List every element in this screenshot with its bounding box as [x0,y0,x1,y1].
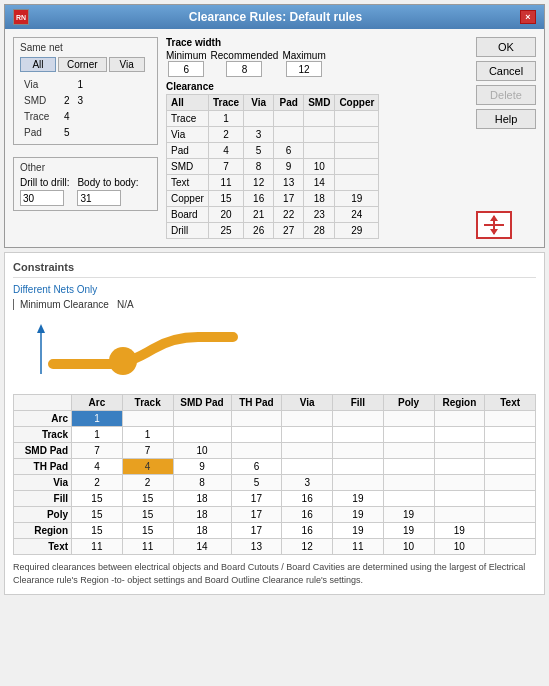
dialog-body: Same net All Corner Via Via 1 SMD 2 3 [5,29,544,247]
svg-marker-1 [490,215,498,221]
same-net-buttons: All Corner Via [20,57,151,72]
drill-label: Drill to drill: [20,177,69,188]
cl-hdr-0[interactable]: All [167,95,209,111]
same-net-grid: Via 1 SMD 2 3 Trace 4 Pa [20,76,87,140]
drill-input[interactable] [20,190,64,206]
mat-hdr-region[interactable]: Region [434,395,485,411]
mat-row-smdpad: SMD Pad 7 7 10 [14,443,536,459]
trace-inputs-row: Minimum Recommended Maximum [166,50,468,77]
updown-arrow-icon [476,211,512,239]
pad-row-label: Pad [20,124,60,140]
cancel-button[interactable]: Cancel [476,61,536,81]
min-col: Minimum [166,50,207,77]
via-val: 1 [74,76,88,92]
drill-body-row: Drill to drill: Body to body: [20,177,151,206]
clearance-label: Clearance [166,81,468,92]
mat-hdr-smdpad[interactable]: SMD Pad [173,395,231,411]
max-label: Maximum [282,50,325,61]
cl-row-smd: SMD 7 8 9 10 [167,159,379,175]
mat-row-arc: Arc 1 [14,411,536,427]
cl-row-text: Text 11 12 13 14 [167,175,379,191]
constraints-title: Constraints [13,261,536,278]
cl-hdr-3[interactable]: Pad [274,95,304,111]
matrix-table: Arc Track SMD Pad TH Pad Via Fill Poly R… [13,394,536,555]
rec-label: Recommended [211,50,279,61]
other-label: Other [20,162,151,173]
app-icon: RN [13,9,29,25]
other-box: Other Drill to drill: Body to body: [13,157,158,211]
pad-val: 5 [60,124,74,140]
min-clearance-row: Minimum Clearance N/A [13,299,536,310]
cl-hdr-2[interactable]: Via [244,95,274,111]
body-label: Body to body: [77,177,138,188]
cl-row-drill: Drill 25 26 27 28 29 [167,223,379,239]
cl-row-pad: Pad 4 5 6 [167,143,379,159]
min-input[interactable] [168,61,204,77]
trace-width-section: Trace width Minimum Recommended Maximum [166,37,468,77]
cl-hdr-1[interactable]: Trace [209,95,244,111]
clearance-section: Clearance All Trace Via Pad SMD Copper T… [166,81,468,239]
body-col: Body to body: [77,177,138,206]
svg-marker-5 [37,324,45,333]
smd-row-label: SMD [20,92,60,108]
left-column: Same net All Corner Via Via 1 SMD 2 3 [13,37,158,239]
clearance-rules-dialog: RN Clearance Rules: Default rules × Same… [4,4,545,248]
help-button[interactable]: Help [476,109,536,129]
trace-row-label: Trace [20,108,60,124]
constraints-panel: Constraints Different Nets Only Minimum … [4,252,545,595]
drill-col: Drill to drill: [20,177,69,206]
delete-button[interactable]: Delete [476,85,536,105]
ok-button[interactable]: OK [476,37,536,57]
right-column: OK Cancel Delete Help [476,37,536,239]
dialog-title: Clearance Rules: Default rules [31,10,520,24]
mat-hdr-arc[interactable]: Arc [72,395,123,411]
same-net-box: Same net All Corner Via Via 1 SMD 2 3 [13,37,158,145]
svg-point-6 [109,347,137,375]
dialog-buttons: OK Cancel Delete Help [476,37,536,129]
cl-hdr-5[interactable]: Copper [335,95,379,111]
max-input[interactable] [286,61,322,77]
different-nets-label: Different Nets Only [13,284,536,295]
cl-hdr-4[interactable]: SMD [304,95,335,111]
trace-clearance-section: Trace width Minimum Recommended Maximum [166,37,468,239]
trace-width-label: Trace width [166,37,468,48]
arrow-icon-area [476,191,512,239]
via-btn[interactable]: Via [109,57,145,72]
mat-row-thpad: TH Pad 4 4 9 6 [14,459,536,475]
mat-hdr-text[interactable]: Text [485,395,536,411]
mat-hdr-via[interactable]: Via [282,395,333,411]
min-label: Minimum [166,50,207,61]
mat-hdr-poly[interactable]: Poly [383,395,434,411]
mat-row-poly: Poly 15 15 18 17 16 19 19 [14,507,536,523]
smd-col2: 2 [60,92,74,108]
clearance-table: All Trace Via Pad SMD Copper Trace 1 [166,94,379,239]
rec-col: Recommended [211,50,279,77]
mat-hdr-thpad[interactable]: TH Pad [231,395,282,411]
corner-btn[interactable]: Corner [58,57,107,72]
diagram-area [13,316,536,386]
na-value: N/A [117,299,134,310]
mat-row-track: Track 1 1 [14,427,536,443]
footer-note: Required clearances between electrical o… [13,561,536,586]
body-input[interactable] [77,190,121,206]
mat-row-text: Text 11 11 14 13 12 11 10 10 [14,539,536,555]
rec-input[interactable] [226,61,262,77]
all-btn[interactable]: All [20,57,56,72]
cl-row-board: Board 20 21 22 23 24 [167,207,379,223]
min-clearance-label: Minimum Clearance N/A [13,299,134,310]
mat-row-region: Region 15 15 18 17 16 19 19 19 [14,523,536,539]
cl-row-copper: Copper 15 16 17 18 19 [167,191,379,207]
close-button[interactable]: × [520,10,536,24]
smd-col3: 3 [74,92,88,108]
mat-row-fill: Fill 15 15 18 17 16 19 [14,491,536,507]
cl-row-via: Via 2 3 [167,127,379,143]
svg-marker-2 [490,229,498,235]
cl-row-trace: Trace 1 [167,111,379,127]
max-col: Maximum [282,50,325,77]
mat-row-via: Via 2 2 8 5 3 [14,475,536,491]
trace-val: 4 [60,108,74,124]
via-row-label: Via [20,76,60,92]
mat-hdr-fill[interactable]: Fill [333,395,384,411]
mat-hdr-track[interactable]: Track [122,395,173,411]
same-net-label: Same net [20,42,151,53]
